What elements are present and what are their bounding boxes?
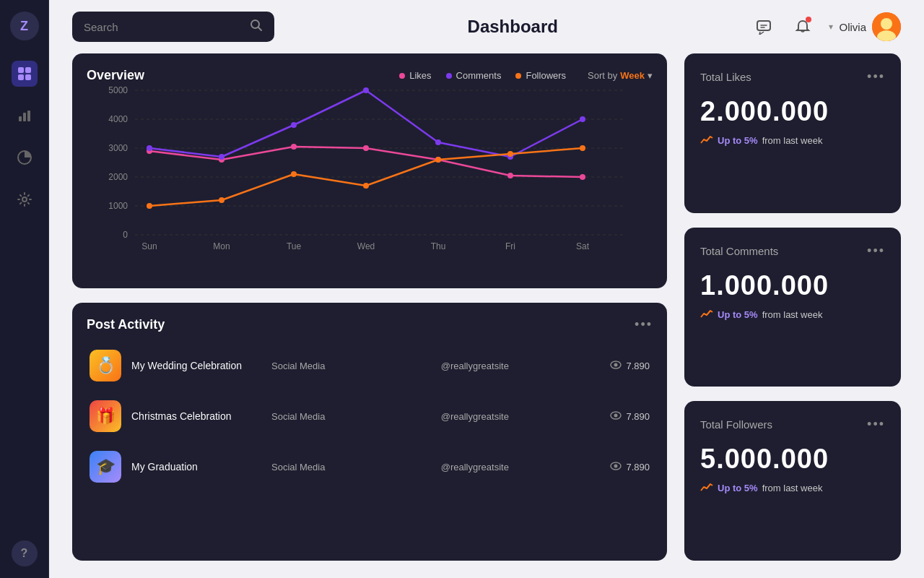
svg-point-48	[147, 203, 152, 209]
trend-text: from last week	[762, 483, 823, 493]
svg-point-56	[614, 363, 618, 367]
svg-rect-2	[18, 74, 24, 80]
search-bar-container	[72, 12, 274, 42]
total-followers-card: Total Followers ••• 5.000.000 Up to 5% f…	[684, 401, 901, 561]
trend-up-icon	[700, 309, 713, 321]
svg-rect-4	[19, 116, 22, 121]
sidebar-logo[interactable]: Z	[10, 12, 39, 40]
page-title: Dashboard	[468, 17, 558, 37]
bell-icon[interactable]	[790, 14, 816, 40]
post-thumbnail-graduation: 🎓	[90, 451, 121, 483]
post-activity-header: Post Activity •••	[87, 317, 653, 332]
stat-comments-title: Total Comments	[700, 245, 778, 257]
eye-icon	[610, 461, 622, 473]
trend-pct: Up to 5%	[718, 483, 758, 493]
views-count: 7.890	[626, 411, 650, 422]
stat-likes-menu[interactable]: •••	[867, 69, 885, 85]
sidebar-item-dashboard[interactable]	[12, 61, 38, 87]
post-list: 💍 My Wedding Celebration Social Media @r…	[87, 344, 653, 488]
svg-point-54	[580, 145, 585, 151]
post-handle: @reallygreatsite	[441, 411, 601, 422]
stat-comments-header: Total Comments •••	[700, 243, 885, 259]
post-activity-menu[interactable]: •••	[635, 317, 653, 332]
sidebar-item-settings[interactable]	[12, 186, 38, 212]
sort-by-selector[interactable]: Sort by Week ▾	[588, 70, 653, 81]
svg-text:Sat: Sat	[576, 241, 590, 251]
svg-point-41	[147, 145, 152, 151]
post-activity-card: Post Activity ••• 💍 My Wedding Celebrati…	[72, 303, 667, 561]
svg-point-49	[219, 197, 225, 203]
post-thumbnail-wedding: 💍	[90, 350, 121, 381]
list-item: 💍 My Wedding Celebration Social Media @r…	[87, 344, 653, 387]
svg-point-53	[507, 151, 513, 157]
eye-icon	[610, 410, 622, 422]
post-views: 7.890	[610, 360, 650, 371]
svg-text:Tue: Tue	[287, 241, 302, 251]
trend-up-icon	[700, 134, 713, 147]
stat-followers-header: Total Followers •••	[700, 417, 885, 432]
sidebar-item-analytics[interactable]	[12, 103, 38, 129]
overview-header: Overview Likes Comments Followers	[87, 68, 653, 83]
legend-likes-label: Likes	[409, 70, 431, 81]
svg-text:Thu: Thu	[431, 241, 446, 251]
header-right: ▾ Olivia	[751, 12, 901, 41]
sidebar-item-help[interactable]: ?	[12, 540, 38, 566]
legend-followers: Followers	[515, 70, 566, 81]
sort-by-value: Week	[620, 70, 645, 81]
chevron-down-icon: ▾	[829, 22, 833, 32]
post-name: My Wedding Celebration	[131, 360, 261, 371]
svg-point-37	[363, 145, 369, 151]
svg-point-39	[507, 173, 513, 178]
post-views: 7.890	[610, 461, 650, 473]
right-column: Total Likes ••• 2.000.000 Up to 5% from …	[684, 53, 901, 561]
svg-text:Wed: Wed	[357, 241, 375, 251]
list-item: 🎁 Christmas Celebration Social Media @re…	[87, 394, 653, 438]
stat-followers-menu[interactable]: •••	[867, 417, 885, 432]
post-views: 7.890	[610, 410, 650, 422]
svg-point-47	[580, 116, 585, 122]
legend-comments-label: Comments	[456, 70, 502, 81]
trend-text: from last week	[762, 135, 823, 146]
chart-legend: Likes Comments Followers Sort by We	[399, 70, 653, 81]
stat-followers-title: Total Followers	[700, 418, 772, 431]
stat-comments-value: 1.000.000	[700, 270, 885, 301]
svg-text:3000: 3000	[108, 143, 128, 153]
svg-point-42	[219, 154, 225, 160]
stat-likes-trend: Up to 5% from last week	[700, 134, 885, 147]
svg-point-8	[22, 197, 27, 202]
stat-comments-menu[interactable]: •••	[867, 243, 885, 259]
search-icon[interactable]	[250, 19, 263, 35]
eye-icon	[610, 360, 622, 371]
overview-title: Overview	[87, 68, 144, 83]
stat-likes-header: Total Likes •••	[700, 69, 885, 85]
svg-point-13	[881, 18, 892, 30]
stat-comments-trend: Up to 5% from last week	[700, 309, 885, 321]
stat-likes-value: 2.000.000	[700, 96, 885, 127]
post-name: Christmas Celebration	[131, 410, 261, 422]
header: Dashboard ▾ Olivia	[49, 0, 924, 53]
svg-point-43	[291, 122, 297, 128]
legend-followers-label: Followers	[526, 70, 566, 81]
svg-rect-3	[25, 74, 31, 80]
svg-point-40	[580, 174, 585, 180]
stat-followers-trend: Up to 5% from last week	[700, 482, 885, 494]
sidebar-bottom: ?	[12, 540, 38, 566]
user-menu[interactable]: ▾ Olivia	[829, 12, 901, 41]
search-input[interactable]	[84, 21, 243, 33]
overview-card: Overview Likes Comments Followers	[72, 53, 667, 288]
svg-point-52	[435, 157, 441, 163]
followers-dot	[515, 73, 521, 79]
views-count: 7.890	[626, 462, 650, 473]
svg-text:5000: 5000	[108, 85, 128, 95]
trend-text: from last week	[762, 309, 823, 320]
svg-rect-0	[18, 67, 24, 73]
sidebar-item-pie[interactable]	[12, 144, 38, 171]
overview-chart: 5000 4000 3000 2000 1000 0	[87, 83, 653, 274]
total-likes-card: Total Likes ••• 2.000.000 Up to 5% from …	[684, 53, 901, 213]
sort-by-label: Sort by	[588, 70, 617, 81]
chat-icon[interactable]	[751, 14, 777, 40]
post-category: Social Media	[271, 411, 431, 422]
main-content: Dashboard ▾ Olivia	[49, 0, 924, 578]
post-category: Social Media	[271, 462, 431, 473]
post-category: Social Media	[271, 361, 431, 371]
